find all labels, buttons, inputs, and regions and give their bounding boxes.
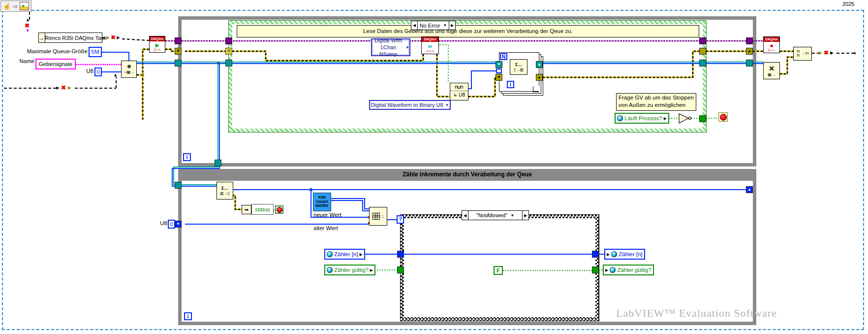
array-grid-icon	[372, 213, 380, 220]
tunnel-queue-case1-right[interactable]	[699, 60, 706, 67]
tools-palette[interactable]: ☝ ⇨	[0, 0, 31, 12]
for-loop-iteration-terminal[interactable]: i	[507, 81, 514, 88]
status-led[interactable]	[275, 205, 283, 214]
poly-dropdown-icon[interactable]: ▼	[405, 45, 409, 50]
position-tool-icon[interactable]: ⇨	[13, 3, 18, 10]
matrix-line3: MATRIX	[315, 204, 328, 208]
task-arrow-icon: →	[39, 33, 45, 42]
case2-dropdown-icon[interactable]: ▼	[510, 213, 514, 218]
stop-sign-icon	[720, 114, 727, 121]
enqueue-element-node[interactable]: Σ… ▯→▥	[510, 59, 527, 75]
global-gueltig-read[interactable]: Zähler gültig? ▶	[324, 265, 375, 275]
shift-register-error-right-icon[interactable]: ▲	[746, 48, 753, 55]
convert-selector[interactable]: Digital Waveform to Binary U8 ▼	[369, 100, 451, 110]
status-field[interactable]: status	[251, 204, 274, 215]
r35i-count-matrix-node[interactable]: R35I COUNT MATRIX	[313, 193, 331, 211]
tunnel-queue-loop1-right[interactable]	[746, 60, 753, 67]
case-next-icon[interactable]: ▶	[449, 21, 455, 30]
read-poly-selector[interactable]: Digital Wfm 1Chan NSamp ▼	[371, 38, 410, 56]
case-dropdown-icon[interactable]: ▼	[443, 23, 447, 28]
wire-arrow-icon: ▶	[117, 35, 120, 40]
matrix-line2: COUNT	[316, 200, 328, 204]
global-laeuft-prozess[interactable]: Läuft Prozess? ▶	[615, 113, 669, 124]
poly-selector-line1: Digital Wfm	[372, 37, 404, 44]
iteration-terminal-loop1[interactable]: i	[183, 153, 191, 161]
unbundle-status-node[interactable]: ➡	[242, 205, 251, 214]
merge-error-in1: ?!	[796, 50, 800, 54]
tunnel-queue-loop1-bottom[interactable]	[215, 160, 221, 167]
queue-name-constant[interactable]: Gebersignale	[35, 59, 76, 69]
case1-selector-terminal[interactable]: ?	[225, 48, 232, 55]
loop2-title: Zähle Inkremente durch Verabeitung der Q…	[178, 171, 756, 178]
dequeue-hourglass-icon: Σ…	[221, 186, 228, 191]
shift-register-queue-left-icon[interactable]: ▼	[496, 61, 502, 68]
tunnel-task-case1-left[interactable]	[225, 37, 232, 44]
tunnel-queue-case1-left[interactable]	[225, 60, 232, 67]
shift-register-error-left-icon[interactable]: ▼	[175, 48, 182, 55]
task-constant-label[interactable]: Renco R35i DAQmx Task	[45, 33, 107, 42]
dequeue-element-node[interactable]: Σ… ▥→▯	[217, 182, 233, 200]
name-label: Name	[18, 58, 34, 64]
globe-icon	[617, 115, 623, 121]
case2-prev-icon[interactable]: ◀	[462, 211, 468, 220]
case-prev-icon[interactable]: ◀	[411, 21, 418, 30]
wfm-to-binary-node[interactable]: ⊓⊔⊓ ↳ U8	[450, 83, 468, 100]
tunnel-valid-case2-left[interactable]	[397, 267, 404, 273]
output-arrow-icon: ▶	[664, 116, 667, 121]
tunnel-bool-case1-right[interactable]	[699, 115, 706, 122]
release-x-icon: ✕	[769, 65, 775, 72]
case-selector-notallowed[interactable]: ◀ "NotAllowed"▼ ▶	[462, 210, 529, 220]
tunnel-queue-loop2-left[interactable]	[175, 182, 182, 189]
convert-dropdown-icon[interactable]: ▼	[445, 103, 449, 107]
global-zaehler-label: Zähler [n]	[334, 251, 358, 257]
global-zaehler-read[interactable]: Zähler [n] ▶	[324, 249, 365, 260]
global-gueltig-write[interactable]: ▶ Zähler gültig?	[603, 265, 654, 275]
tunnel-counter-case2-left[interactable]	[397, 251, 404, 258]
vi-icon[interactable]	[20, 2, 29, 10]
case-selector-no-error[interactable]: ◀ No Error▼ ▶	[411, 21, 456, 30]
tunnel-queue-loop1-left[interactable]	[175, 60, 182, 67]
for-loop-count-terminal[interactable]: N	[500, 53, 507, 60]
old-value-label: alter Wert	[313, 225, 338, 231]
case2-selector-label[interactable]: "NotAllowed"	[476, 212, 507, 218]
tunnel-data-for-left[interactable]	[496, 68, 502, 73]
index-array-node[interactable]: □	[369, 207, 387, 226]
hand-tool-icon[interactable]: ☝	[3, 2, 11, 10]
daqmx-start-task-node[interactable]: DAQmx ▶ {∿∿	[149, 36, 165, 53]
daqmx-stop-task-node[interactable]: DAQmx ■ {∿∿	[763, 36, 780, 53]
case2-selector-terminal[interactable]: ?	[397, 215, 404, 224]
shift-register-u8-left-icon[interactable]: ▼	[175, 221, 182, 228]
tunnel-task-loop1-right[interactable]	[746, 37, 753, 44]
max-queue-constant[interactable]: 5M	[89, 47, 102, 57]
tunnel-error-case1-right[interactable]	[699, 48, 706, 55]
u8-type-label: U8	[83, 68, 93, 74]
global-zaehler-label: Zähler [n]	[619, 251, 643, 257]
daqmx-task-constant[interactable]: → Renco R35i DAQmx Task	[38, 33, 102, 43]
globe-icon	[611, 251, 617, 257]
u8-init-constant[interactable]: 0	[168, 220, 175, 229]
convert-u8-label: ↳ U8	[453, 91, 465, 99]
case-selector-label[interactable]: No Error	[420, 23, 440, 29]
dequeue-glyph-icon: ▥→▯	[220, 192, 230, 196]
daqmx-header: DAQmx	[764, 37, 779, 42]
iteration-terminal-loop2[interactable]: i	[184, 312, 192, 320]
release-queue-node[interactable]: ✕ ▦→	[763, 62, 780, 79]
enqueue-glyph-icon: ▯→▥	[514, 68, 524, 72]
tunnel-task-loop1-left[interactable]	[175, 37, 182, 44]
case2-next-icon[interactable]: ▶	[522, 211, 528, 220]
tunnel-counter-case2-right[interactable]	[592, 251, 599, 258]
false-constant[interactable]: F	[494, 266, 503, 275]
u8-constant[interactable]: 0	[94, 67, 102, 76]
global-zaehler-write[interactable]: ▶ Zähler [n]	[604, 249, 645, 260]
tunnel-valid-case2-right[interactable]	[592, 267, 599, 273]
gv-comment-line2: von Außen zu ermöglichen	[619, 101, 694, 109]
shift-register-error2-right-icon[interactable]: ▲	[536, 74, 543, 81]
obtain-queue-node[interactable]: ✳ ⊣▦→	[121, 61, 137, 78]
loop-condition-terminal[interactable]	[718, 112, 728, 122]
daqmx-read-node[interactable]: DAQmx ∞ ∿∿∿	[421, 36, 439, 54]
tunnel-task-case1-right[interactable]	[699, 37, 706, 44]
shift-register-queue-right-icon[interactable]: ▲	[536, 61, 543, 68]
shift-register-error2-left-icon[interactable]: ▼	[496, 74, 502, 81]
shift-register-u8-right-icon[interactable]: ▲	[746, 186, 753, 193]
merge-errors-node[interactable]: ?! ?! →?!	[793, 47, 812, 61]
